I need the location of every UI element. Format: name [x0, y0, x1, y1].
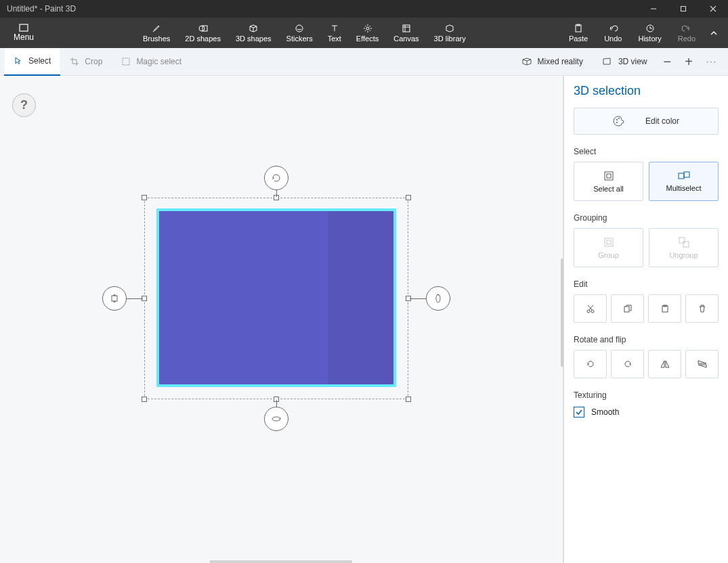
- texturing-section-label: Texturing: [574, 390, 719, 400]
- maximize-button[interactable]: [668, 0, 698, 18]
- svg-rect-15: [112, 296, 117, 301]
- rotate-z-handle[interactable]: [264, 166, 288, 190]
- menu-icon: [18, 24, 29, 32]
- ribbon-expand-button[interactable]: [704, 18, 724, 48]
- paste-panel-button[interactable]: [648, 294, 681, 323]
- depth-handle[interactable]: [102, 286, 127, 311]
- canvas-area[interactable]: ?: [0, 76, 563, 563]
- history-button[interactable]: History: [630, 18, 669, 48]
- copy-icon: [623, 304, 633, 313]
- sub-toolbar: Select Crop Magic select Mixed reality 3…: [0, 48, 728, 76]
- svg-point-28: [587, 310, 590, 313]
- brushes-tab[interactable]: Brushes: [135, 18, 177, 48]
- stickers-icon: [294, 23, 305, 34]
- edit-color-button[interactable]: Edit color: [574, 108, 719, 135]
- ungroup-button[interactable]: Ungroup: [649, 228, 719, 267]
- smooth-checkbox[interactable]: Smooth: [574, 407, 719, 418]
- flip-v-icon: [697, 359, 708, 369]
- rotate-ccw-icon: [585, 359, 596, 369]
- copy-button[interactable]: [611, 294, 644, 323]
- paste-icon: [660, 304, 670, 313]
- select-all-label: Select all: [593, 185, 624, 193]
- cut-button[interactable]: [574, 294, 607, 323]
- 3d-library-tab[interactable]: 3D library: [427, 18, 473, 48]
- select-section-label: Select: [574, 147, 719, 156]
- ribbon-tools: Brushes 2D shapes 3D shapes Stickers Tex…: [135, 18, 473, 48]
- crop-tool[interactable]: Crop: [60, 48, 112, 76]
- ungroup-label: Ungroup: [669, 251, 698, 259]
- resize-handle-tr[interactable]: [406, 195, 411, 200]
- svg-point-8: [366, 27, 369, 30]
- effects-icon: [362, 23, 373, 34]
- rotate-ccw-button[interactable]: [574, 350, 607, 378]
- text-icon: [329, 23, 340, 34]
- undo-button[interactable]: Undo: [596, 18, 630, 48]
- flip-h-icon: [660, 359, 670, 369]
- group-label: Group: [598, 251, 619, 259]
- group-button[interactable]: Group: [574, 228, 643, 267]
- close-button[interactable]: [698, 0, 728, 18]
- svg-point-29: [591, 310, 594, 313]
- zoom-in-button[interactable]: +: [678, 48, 700, 76]
- window-controls: [639, 0, 728, 18]
- paste-button[interactable]: Paste: [561, 18, 596, 48]
- multiselect-button[interactable]: Multiselect: [649, 162, 719, 201]
- rotate-cw-button[interactable]: [611, 350, 644, 378]
- rotate-x-handle[interactable]: [426, 286, 450, 311]
- redo-icon: [681, 23, 692, 34]
- crop-icon: [70, 57, 79, 66]
- zoom-out-button[interactable]: −: [657, 48, 679, 76]
- resize-handle-br[interactable]: [406, 397, 411, 402]
- redo-button[interactable]: Redo: [670, 18, 704, 48]
- rotate-cw-icon: [622, 359, 633, 369]
- 3d-shapes-label: 3D shapes: [236, 35, 272, 43]
- zoom-slider-track[interactable]: [210, 560, 352, 563]
- 2d-shapes-label: 2D shapes: [185, 35, 221, 43]
- resize-handle-bl[interactable]: [142, 397, 147, 402]
- selection-outline: [144, 198, 408, 399]
- canvas-scrollbar[interactable]: [561, 258, 563, 367]
- effects-tab[interactable]: Effects: [349, 18, 386, 48]
- flip-vertical-button[interactable]: [685, 350, 719, 378]
- svg-point-18: [618, 118, 620, 119]
- text-tab[interactable]: Text: [320, 18, 349, 48]
- delete-button[interactable]: [685, 294, 719, 323]
- 3d-shapes-tab[interactable]: 3D shapes: [228, 18, 279, 48]
- title-bar: Untitled* - Paint 3D: [0, 0, 728, 18]
- help-icon: ?: [20, 98, 28, 112]
- svg-rect-25: [607, 240, 611, 244]
- canvas-icon: [401, 23, 412, 34]
- stickers-tab[interactable]: Stickers: [279, 18, 320, 48]
- paste-label: Paste: [569, 35, 588, 43]
- rotate-z-icon: [270, 172, 282, 184]
- svg-point-17: [616, 119, 618, 120]
- rotate-y-icon: [270, 415, 282, 423]
- library-icon: [444, 23, 455, 34]
- menu-button[interactable]: Menu: [0, 18, 47, 48]
- crop-label: Crop: [85, 57, 102, 66]
- mixed-reality-icon: [521, 57, 532, 66]
- rotate-y-handle[interactable]: [264, 407, 288, 431]
- edit-color-label: Edit color: [645, 116, 679, 126]
- main-area: ?: [0, 76, 728, 563]
- select-tool[interactable]: Select: [4, 48, 60, 76]
- flip-horizontal-button[interactable]: [648, 350, 681, 378]
- svg-point-14: [272, 417, 280, 421]
- canvas-tab[interactable]: Canvas: [386, 18, 426, 48]
- minimize-button[interactable]: [639, 0, 668, 18]
- more-options-button[interactable]: ···: [700, 48, 724, 76]
- 3d-selection-box[interactable]: [144, 198, 408, 399]
- ribbon-right: Paste Undo History Redo: [561, 18, 724, 48]
- select-all-button[interactable]: Select all: [574, 162, 643, 201]
- delete-icon: [698, 304, 707, 313]
- menu-label: Menu: [14, 32, 34, 42]
- pointer-icon: [14, 56, 23, 66]
- resize-handle-tl[interactable]: [142, 195, 147, 200]
- magic-select-tool[interactable]: Magic select: [112, 48, 191, 76]
- svg-rect-22: [679, 173, 684, 179]
- 2d-shapes-tab[interactable]: 2D shapes: [177, 18, 228, 48]
- mixed-reality-button[interactable]: Mixed reality: [512, 48, 593, 76]
- 3d-view-button[interactable]: 3D view: [593, 48, 657, 76]
- depth-icon: [109, 293, 120, 304]
- help-button[interactable]: ?: [12, 93, 36, 117]
